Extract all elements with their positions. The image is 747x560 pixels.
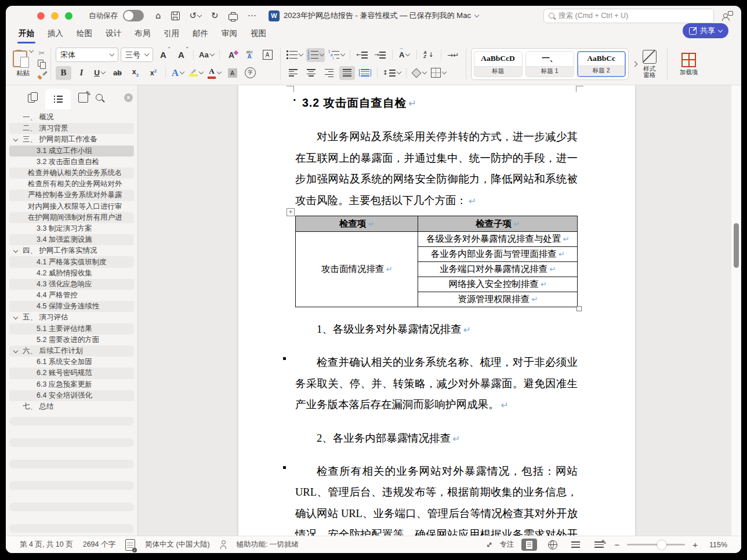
- outline-view-button[interactable]: [568, 539, 583, 551]
- increase-indent-button[interactable]: →: [372, 48, 388, 62]
- grow-font-button[interactable]: Aˆ: [155, 48, 171, 62]
- nav-item[interactable]: 3.3 制定演习方案: [9, 223, 134, 234]
- nav-item[interactable]: 3.4 加强监测设施: [9, 234, 134, 245]
- nav-item[interactable]: 三、 护网前期工作准备: [9, 134, 134, 145]
- presence-people-icon[interactable]: [722, 11, 733, 20]
- table-cell[interactable]: 各业务内部业务面与管理面排查↵: [418, 247, 578, 262]
- tab-active[interactable]: 开始: [19, 28, 34, 40]
- web-layout-view-button[interactable]: [545, 539, 560, 551]
- table-cell[interactable]: 各级业务对外暴露情况排查与处置↵: [418, 232, 578, 247]
- tab-item[interactable]: 审阅: [222, 28, 237, 40]
- style-card[interactable]: AaBbCcD标题: [474, 51, 523, 77]
- paste-button[interactable]: 粘贴: [13, 50, 33, 78]
- distribute-text-button[interactable]: [357, 66, 373, 80]
- chevron-down-icon[interactable]: [13, 348, 18, 353]
- page-info[interactable]: 第 4 页, 共 10 页: [20, 540, 73, 550]
- borders-button[interactable]: [430, 66, 447, 80]
- character-shading-button[interactable]: A: [224, 66, 240, 80]
- bold-button[interactable]: B: [56, 66, 71, 80]
- close-pane-icon[interactable]: ×: [124, 93, 133, 102]
- find-tab-icon[interactable]: [96, 94, 103, 101]
- tab-item[interactable]: 邮件: [193, 28, 208, 40]
- nav-item[interactable]: 4.4 严格管控: [9, 290, 134, 301]
- enclose-characters-button[interactable]: 字: [242, 66, 258, 80]
- nav-item[interactable]: 5.1 主要评估结果: [9, 323, 134, 334]
- font-name-combobox[interactable]: 宋体: [56, 48, 118, 62]
- subscript-button[interactable]: x2: [128, 66, 143, 80]
- chevron-down-icon[interactable]: [13, 248, 18, 253]
- nav-item[interactable]: 6.3 应急预案更新: [9, 379, 134, 390]
- style-card[interactable]: AaBbCc标题 2: [577, 51, 626, 77]
- nav-item[interactable]: 3.2 攻击面自查自检: [9, 157, 134, 168]
- home-icon[interactable]: ⌂: [155, 10, 161, 21]
- shrink-font-button[interactable]: Aˇ: [173, 48, 189, 62]
- fullscreen-expand-icon[interactable]: ↔: [484, 539, 494, 550]
- clear-formatting-button[interactable]: A: [224, 48, 240, 62]
- zoom-out-button[interactable]: −: [614, 540, 619, 549]
- underline-button[interactable]: U: [92, 66, 107, 80]
- print-button[interactable]: [229, 12, 238, 20]
- redo-button[interactable]: ↻: [211, 10, 219, 21]
- table-move-handle[interactable]: +: [287, 208, 295, 216]
- addins-button[interactable]: 加载项: [676, 53, 702, 75]
- nav-item[interactable]: 3.1 成立工作小组: [9, 146, 134, 157]
- phonetic-guide-button[interactable]: abcA: [242, 48, 258, 62]
- tab-item[interactable]: 绘图: [77, 28, 92, 40]
- nav-item[interactable]: 6.4 安全培训强化: [9, 390, 134, 401]
- strikethrough-button[interactable]: ab: [110, 66, 125, 80]
- nav-item[interactable]: 6.2 账号密码规范: [9, 368, 134, 379]
- nav-item[interactable]: 对内网接入权限等入口进行审: [9, 201, 134, 212]
- section-heading[interactable]: ·3.2 攻击面自查自检↵: [295, 85, 578, 111]
- paragraph[interactable]: 对业务网站及系统采用关停并转的方式，进一步减少其在互联网上的暴露面，并通过集中、…: [295, 126, 578, 212]
- numbering-button[interactable]: 123: [306, 48, 325, 62]
- bullets-button[interactable]: [285, 48, 304, 62]
- doc-table[interactable]: 检查项↵检查子项↵攻击面情况排查↵各级业务对外暴露情况排查与处置↵各业务内部业务…: [295, 216, 578, 307]
- font-size-combobox[interactable]: 三号: [121, 48, 153, 62]
- minimize-window-button[interactable]: [51, 12, 59, 20]
- italic-button[interactable]: I: [74, 66, 89, 80]
- nav-item[interactable]: 在护网期间强制对所有用户进: [9, 212, 134, 223]
- align-right-button[interactable]: [321, 66, 337, 80]
- focus-mode-label[interactable]: 专注: [499, 540, 514, 550]
- nav-item[interactable]: 6.1 系统安全加固: [9, 357, 134, 368]
- font-color-button[interactable]: A: [206, 66, 222, 80]
- nav-empty-row[interactable]: [9, 503, 134, 511]
- chevron-down-icon[interactable]: [13, 137, 18, 141]
- more-toolbar-button[interactable]: ⋯: [248, 10, 256, 21]
- nav-item[interactable]: 4.1 严格落实值班制度: [9, 256, 134, 267]
- outline-tab[interactable]: [45, 89, 71, 110]
- nav-empty-row[interactable]: [9, 481, 134, 490]
- format-painter-icon[interactable]: [38, 71, 46, 79]
- zoom-in-button[interactable]: +: [692, 540, 698, 549]
- chevron-down-icon[interactable]: [13, 315, 18, 319]
- nav-item[interactable]: 检查并确认相关的业务系统名: [9, 168, 134, 179]
- copy-icon[interactable]: [38, 60, 46, 68]
- zoom-slider-knob[interactable]: [657, 540, 666, 550]
- character-border-button[interactable]: A: [260, 48, 275, 62]
- thumbnails-tab-icon[interactable]: [28, 92, 38, 103]
- nav-empty-row[interactable]: [9, 460, 134, 468]
- cut-icon[interactable]: ✂: [39, 49, 45, 57]
- nav-empty-row[interactable]: [9, 438, 134, 447]
- show-formatting-marks-button[interactable]: →↵: [445, 48, 461, 62]
- tab-item[interactable]: 插入: [48, 28, 63, 40]
- nav-empty-row[interactable]: [9, 524, 134, 533]
- tab-item[interactable]: 设计: [106, 28, 121, 40]
- tab-item[interactable]: 引用: [164, 28, 179, 40]
- nav-item[interactable]: 一、 概况: [9, 112, 134, 123]
- tab-item[interactable]: 布局: [135, 28, 150, 40]
- draft-view-button[interactable]: [591, 539, 607, 551]
- nav-item[interactable]: 4.3 强化应急响应: [9, 279, 134, 290]
- text-effects-button[interactable]: A: [170, 66, 186, 80]
- sort-button[interactable]: AZ↓: [421, 48, 437, 62]
- table-header-cell[interactable]: 检查项↵: [296, 216, 418, 232]
- undo-button[interactable]: ↺: [190, 10, 202, 21]
- paragraph[interactable]: 检查并确认相关的业务系统名称、梳理，对于非必须业务采取关、停、并、转策略，减少对…: [295, 352, 578, 416]
- tab-item[interactable]: 视图: [251, 28, 266, 40]
- zoom-window-button[interactable]: [65, 12, 72, 20]
- word-count[interactable]: 2694 个字: [83, 540, 115, 550]
- shading-button[interactable]: [411, 66, 427, 80]
- nav-empty-row[interactable]: [9, 417, 134, 426]
- print-layout-view-button[interactable]: [521, 539, 537, 551]
- table-header-cell[interactable]: 检查子项↵: [418, 216, 578, 232]
